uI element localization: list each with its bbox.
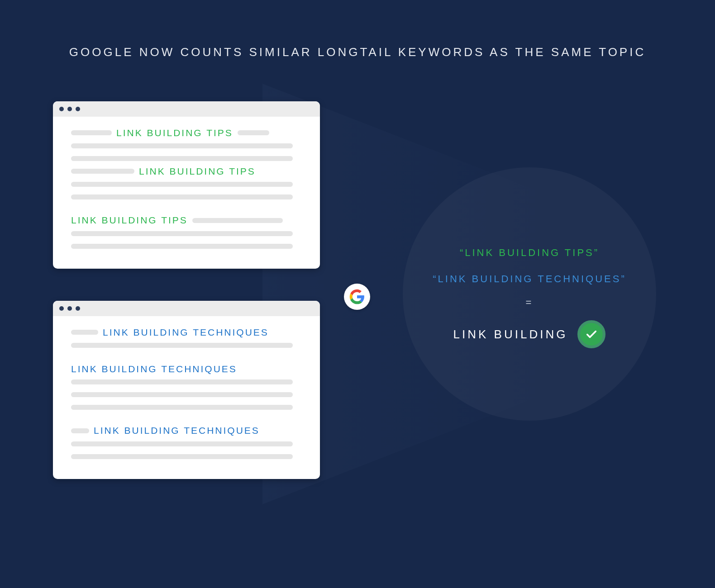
check-icon bbox=[585, 328, 598, 341]
browser-titlebar bbox=[53, 101, 320, 117]
keyword-phrase: LINK BUILDING TIPS bbox=[139, 168, 256, 175]
circle-keyword-tips: “LINK BUILDING TIPS” bbox=[460, 247, 599, 259]
window-dot-icon bbox=[76, 306, 80, 311]
keyword-phrase: LINK BUILDING TECHNIQUES bbox=[71, 366, 237, 372]
window-dot-icon bbox=[59, 107, 64, 111]
keyword-phrase: LINK BUILDING TECHNIQUES bbox=[103, 329, 269, 336]
browser-window-techniques: LINK BUILDING TECHNIQUES LINK BUILDING T… bbox=[53, 301, 320, 479]
google-icon bbox=[349, 289, 365, 304]
circle-result-row: LINK BUILDING bbox=[453, 320, 606, 348]
checkmark-badge bbox=[577, 320, 605, 348]
diagram-stage: GOOGLE NOW COUNTS SIMILAR LONGTAIL KEYWO… bbox=[0, 0, 715, 588]
window-dot-icon bbox=[67, 107, 72, 111]
keyword-phrase: LINK BUILDING TECHNIQUES bbox=[94, 427, 260, 434]
window-dot-icon bbox=[67, 306, 72, 311]
google-logo-badge bbox=[344, 284, 370, 310]
window-dot-icon bbox=[59, 306, 64, 311]
diagram-title: GOOGLE NOW COUNTS SIMILAR LONGTAIL KEYWO… bbox=[0, 45, 715, 59]
window-dot-icon bbox=[76, 107, 80, 111]
browser-body: LINK BUILDING TIPS LINK BUILDING TIPS LI… bbox=[53, 117, 320, 269]
keyword-phrase: LINK BUILDING TIPS bbox=[71, 217, 188, 223]
browser-titlebar bbox=[53, 301, 320, 316]
equals-sign: = bbox=[526, 297, 534, 308]
browser-window-tips: LINK BUILDING TIPS LINK BUILDING TIPS LI… bbox=[53, 101, 320, 269]
keyword-phrase: LINK BUILDING TIPS bbox=[116, 130, 233, 136]
topic-result: LINK BUILDING bbox=[453, 327, 568, 341]
circle-keyword-techniques: “LINK BUILDING TECHNIQUES” bbox=[433, 273, 626, 285]
browser-body: LINK BUILDING TECHNIQUES LINK BUILDING T… bbox=[53, 316, 320, 479]
topic-equivalence-circle: “LINK BUILDING TIPS” “LINK BUILDING TECH… bbox=[403, 167, 656, 421]
